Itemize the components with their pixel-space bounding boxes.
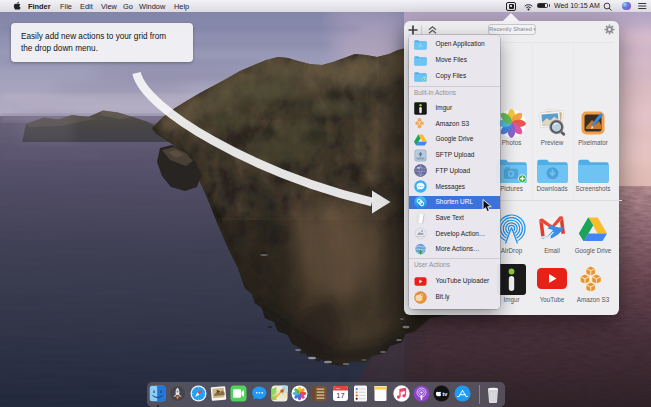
svg-text:JUN: JUN (335, 387, 340, 389)
svg-text:17: 17 (336, 391, 344, 400)
